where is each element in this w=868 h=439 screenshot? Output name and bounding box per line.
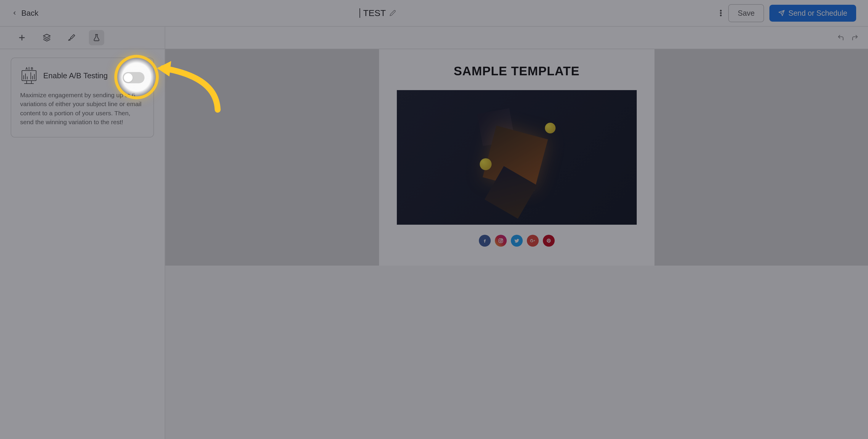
save-button[interactable]: Save xyxy=(728,4,764,22)
plus-icon xyxy=(18,33,26,42)
spotlight-toggle-visual xyxy=(123,72,145,83)
svg-rect-5 xyxy=(22,70,36,81)
ab-test-tool[interactable] xyxy=(89,30,104,46)
svg-point-19 xyxy=(500,240,502,241)
back-label: Back xyxy=(21,8,38,18)
left-sidebar: A B Enable A/B Testing Maximize engageme… xyxy=(0,27,165,439)
send-or-schedule-button[interactable]: Send or Schedule xyxy=(769,5,856,22)
social-icons-row xyxy=(479,235,555,246)
ab-testing-card: A B Enable A/B Testing Maximize engageme… xyxy=(11,58,154,138)
arrow-left-icon xyxy=(12,10,17,16)
canvas-area: SAMPLE TEMPLATE xyxy=(165,27,868,439)
email-stage: SAMPLE TEMPLATE xyxy=(165,49,868,266)
svg-text:B: B xyxy=(31,67,33,70)
redo-icon[interactable] xyxy=(851,34,859,41)
email-heading: SAMPLE TEMPLATE xyxy=(454,64,580,78)
more-menu-icon[interactable] xyxy=(717,8,723,18)
paintbrush-icon xyxy=(67,33,76,42)
pinterest-icon[interactable] xyxy=(543,235,555,246)
svg-text:A: A xyxy=(26,67,28,70)
flask-icon xyxy=(92,33,101,42)
back-button[interactable]: Back xyxy=(12,8,38,18)
google-plus-icon[interactable] xyxy=(527,235,539,246)
pencil-icon[interactable] xyxy=(390,10,396,16)
twitter-icon[interactable] xyxy=(511,235,523,246)
email-hero-image xyxy=(397,90,637,225)
header-actions: Save Send or Schedule xyxy=(717,4,856,22)
header-title-group: TEST xyxy=(38,8,717,18)
svg-marker-4 xyxy=(43,34,50,38)
sidebar-toolbar xyxy=(0,27,165,49)
ab-testing-description: Maximize engagement by sending up to 6 v… xyxy=(20,91,145,127)
layers-tool[interactable] xyxy=(39,30,55,46)
text-cursor xyxy=(360,8,360,18)
style-tool[interactable] xyxy=(64,30,80,46)
facebook-icon[interactable] xyxy=(479,235,491,246)
undo-icon[interactable] xyxy=(837,34,844,41)
send-icon xyxy=(778,10,785,16)
ab-testing-icon: A B xyxy=(20,66,38,85)
instagram-icon[interactable] xyxy=(495,235,507,246)
layers-icon xyxy=(43,33,51,42)
top-header: Back TEST Save Send or Schedule xyxy=(0,0,868,27)
page-title[interactable]: TEST xyxy=(363,8,386,18)
canvas-toolbar xyxy=(165,27,868,49)
sidebar-panel: A B Enable A/B Testing Maximize engageme… xyxy=(0,49,165,146)
add-tool[interactable] xyxy=(14,30,30,46)
svg-point-20 xyxy=(502,239,502,240)
email-preview[interactable]: SAMPLE TEMPLATE xyxy=(379,49,654,266)
send-label: Send or Schedule xyxy=(788,9,847,18)
ab-testing-title: Enable A/B Testing xyxy=(43,71,117,80)
